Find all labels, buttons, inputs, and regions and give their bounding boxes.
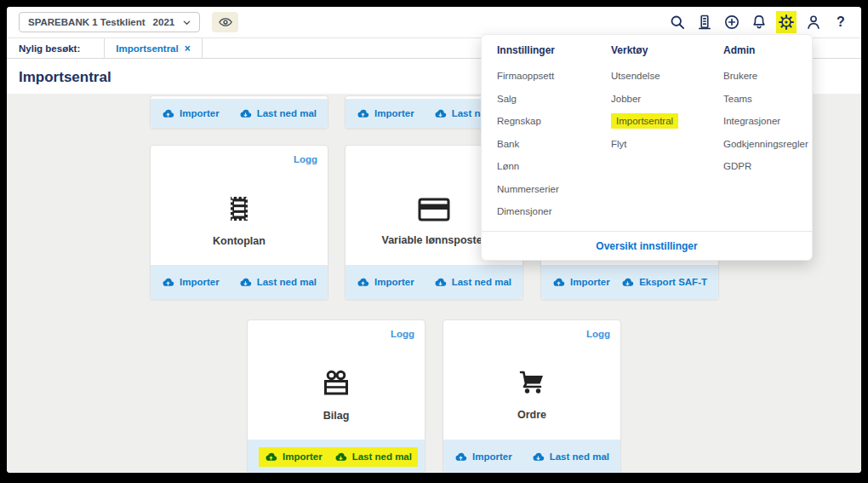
menu-item-bank[interactable]: Bank: [497, 133, 559, 156]
card-title: Bilag: [323, 410, 350, 422]
upload-cloud-icon: [162, 107, 174, 120]
shopping-cart-icon: [512, 365, 551, 401]
card-title: Variable lønnsposter: [382, 234, 487, 246]
menu-column-admin: Admin Brukere Teams Integrasjoner Godkje…: [723, 42, 808, 178]
menu-header: Verktøy: [611, 42, 678, 59]
chevron-down-icon: [182, 18, 191, 27]
card-title: Ordre: [517, 409, 546, 421]
upload-cloud-icon: [265, 451, 277, 463]
action-label: Importer: [283, 451, 323, 462]
card-bilag: Logg Bilag Importer Last ned mal: [247, 319, 425, 473]
menu-item-integrasjoner[interactable]: Integrasjoner: [723, 110, 808, 133]
download-cloud-icon: [239, 276, 252, 289]
download-template-button-highlighted[interactable]: Last ned mal: [328, 447, 418, 467]
log-link[interactable]: Logg: [391, 329, 414, 339]
log-link[interactable]: Logg: [294, 154, 317, 164]
action-label: Last ned mal: [257, 277, 317, 287]
help-glyph: ?: [837, 14, 845, 30]
import-button[interactable]: Importer: [552, 276, 610, 289]
notifications-bell-icon[interactable]: [749, 11, 769, 33]
download-cloud-icon: [621, 276, 634, 289]
menu-item-regnskap[interactable]: Regnskap: [497, 110, 559, 133]
log-link[interactable]: Logg: [586, 329, 610, 339]
client-year: 2021: [153, 17, 175, 27]
topbar-icons: ?: [667, 11, 851, 33]
card-footer: Importer Last ned mal: [151, 99, 328, 128]
download-template-button[interactable]: Last ned mal: [434, 276, 511, 289]
card-footer: Importer Last ned mal: [443, 440, 620, 473]
menu-item-nummerserier[interactable]: Nummerserier: [497, 178, 559, 201]
menu-header: Admin: [723, 42, 808, 59]
export-saft-button[interactable]: Eksport SAF-T: [621, 276, 707, 289]
menu-item-utsendelse[interactable]: Utsendelse: [611, 65, 678, 88]
menu-item-salg[interactable]: Salg: [497, 88, 559, 111]
menu-header: Innstillinger: [497, 42, 559, 59]
highlighted-menu-label: Importsentral: [611, 113, 678, 129]
help-icon[interactable]: ?: [831, 11, 851, 33]
menu-column-verktoy: Verktøy Utsendelse Jobber Importsentral …: [611, 42, 678, 155]
card-body: Bilag: [248, 349, 425, 436]
settings-gear-icon[interactable]: [776, 11, 797, 33]
download-template-button[interactable]: Last ned mal: [239, 107, 317, 120]
preview-eye-button[interactable]: [212, 12, 238, 32]
card-footer: Importer Last ned mal: [345, 265, 523, 299]
add-circle-icon[interactable]: [722, 11, 742, 33]
menu-item-jobber[interactable]: Jobber: [611, 88, 678, 111]
action-label: Importer: [374, 277, 414, 287]
tab-label: Importsentral: [116, 43, 179, 54]
close-icon[interactable]: ×: [185, 43, 191, 55]
action-label: Importer: [180, 277, 220, 287]
download-cloud-icon: [532, 451, 545, 463]
tab-importsentral[interactable]: Importsentral ×: [104, 38, 203, 58]
menu-item-flyt[interactable]: Flyt: [611, 133, 678, 156]
menu-item-gdpr[interactable]: GDPR: [723, 155, 808, 178]
import-button[interactable]: Importer: [162, 107, 220, 120]
upload-cloud-icon: [454, 451, 467, 463]
recent-label: Nylig besøkt:: [19, 43, 80, 54]
card-footer: Importer Last ned mal: [248, 440, 425, 473]
import-button[interactable]: Importer: [357, 276, 414, 289]
upload-cloud-icon: [357, 276, 369, 289]
app-window: SPAREBANK 1 Testklient 2021: [7, 7, 861, 473]
client-name: SPAREBANK 1 Testklient: [28, 17, 146, 27]
eye-icon: [218, 14, 233, 30]
download-cloud-icon: [239, 107, 252, 120]
download-cloud-icon: [334, 451, 347, 463]
import-button[interactable]: Importer: [162, 276, 220, 289]
upload-cloud-icon: [357, 107, 369, 120]
menu-item-importsentral-highlighted[interactable]: Importsentral: [611, 110, 678, 133]
menu-item-godkjenningsregler[interactable]: Godkjenningsregler: [723, 133, 808, 156]
import-button[interactable]: Importer: [357, 107, 414, 120]
menu-item-dimensjoner[interactable]: Dimensjoner: [497, 200, 559, 223]
search-icon[interactable]: [667, 11, 688, 33]
card-row1-left: Importer Last ned mal: [150, 95, 328, 129]
action-label: Importer: [570, 277, 610, 287]
action-label: Last ned mal: [550, 451, 609, 462]
menu-item-teams[interactable]: Teams: [723, 88, 808, 111]
action-label: Last ned mal: [452, 277, 511, 287]
gift-icon: [317, 365, 355, 402]
card-body: Kontoplan: [151, 175, 328, 262]
client-selector[interactable]: SPAREBANK 1 Testklient 2021: [19, 12, 200, 32]
payment-card-icon: [414, 191, 454, 227]
user-profile-icon[interactable]: [803, 11, 824, 33]
card-kontoplan: Logg Kontoplan Importer Last ned mal: [150, 145, 328, 300]
upload-cloud-icon: [552, 276, 565, 289]
company-icon[interactable]: [694, 11, 715, 33]
action-label: Importer: [374, 108, 414, 118]
action-label: Eksport SAF-T: [639, 277, 707, 287]
download-template-button[interactable]: Last ned mal: [532, 451, 609, 463]
import-button-highlighted[interactable]: Importer: [259, 447, 328, 467]
menu-item-firmaoppsett[interactable]: Firmaoppsett: [497, 65, 559, 88]
card-body: Ordre: [443, 349, 620, 436]
card-footer: Importer Eksport SAF-T: [541, 265, 718, 299]
menu-item-brukere[interactable]: Brukere: [723, 65, 808, 88]
menu-item-lonn[interactable]: Lønn: [497, 155, 559, 178]
settings-overview-link[interactable]: Oversikt innstillinger: [482, 232, 812, 260]
upload-cloud-icon: [162, 276, 174, 289]
menu-column-innstillinger: Innstillinger Firmaoppsett Salg Regnskap…: [497, 42, 559, 223]
import-button[interactable]: Importer: [454, 451, 512, 463]
download-template-button[interactable]: Last ned mal: [239, 276, 317, 289]
download-cloud-icon: [434, 276, 447, 289]
download-cloud-icon: [434, 107, 447, 120]
